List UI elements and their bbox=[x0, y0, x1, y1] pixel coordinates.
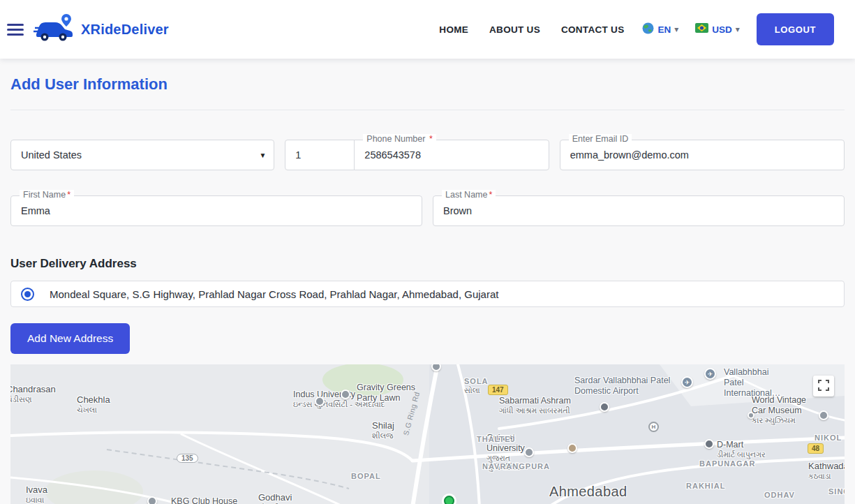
airport-marker[interactable]: ✈ bbox=[704, 368, 716, 380]
address-option-row[interactable]: Mondeal Square, S.G Highway, Prahlad Nag… bbox=[10, 281, 845, 307]
map-label: RAKHIAL bbox=[686, 482, 726, 491]
poi-marker[interactable] bbox=[341, 390, 350, 399]
first-name-input[interactable] bbox=[21, 205, 412, 216]
required-asterisk: * bbox=[429, 134, 433, 144]
phone-group: Phone Number * bbox=[285, 140, 549, 170]
map-label: Kathwadaકઠવાડા bbox=[808, 461, 845, 481]
poi-marker[interactable] bbox=[704, 439, 714, 449]
poi-marker[interactable] bbox=[600, 402, 609, 412]
phone-number-input[interactable] bbox=[364, 149, 538, 161]
language-value: EN bbox=[657, 24, 671, 35]
map-label: THALTEJ bbox=[477, 435, 516, 444]
brand-name: XRideDeliver bbox=[81, 22, 169, 38]
map-label: Chandrasanચંડીસણ bbox=[10, 384, 56, 404]
airplane-icon: ✈ bbox=[708, 371, 713, 378]
map-label: Vallabhbhai Patel International… bbox=[724, 367, 783, 399]
last-name-input[interactable] bbox=[443, 205, 834, 216]
email-box: Enter Email ID bbox=[560, 140, 845, 170]
poi-marker[interactable] bbox=[524, 447, 534, 457]
currency-value: USD bbox=[712, 24, 732, 35]
main-content: Add User Information United States ▼ Pho… bbox=[0, 75, 855, 504]
map-label: Sardar Vallabhbhai Patel Domestic Airpor… bbox=[574, 376, 676, 396]
divider bbox=[10, 110, 845, 110]
route-shield: 48 bbox=[808, 443, 824, 454]
form-row-1: United States ▼ Phone Number * Enter Ema… bbox=[10, 140, 845, 170]
selected-location-marker[interactable] bbox=[444, 496, 454, 504]
map-label: BOPAL bbox=[351, 472, 381, 481]
required-asterisk: * bbox=[67, 190, 70, 200]
map-label: KBG Club House bbox=[171, 496, 237, 504]
first-name-box: First Name* bbox=[10, 195, 422, 226]
add-new-address-button[interactable]: Add New Address bbox=[10, 323, 130, 354]
airport-marker[interactable]: ✈ bbox=[681, 376, 693, 388]
last-name-box: Last Name* bbox=[433, 195, 845, 226]
chevron-down-icon: ▾ bbox=[736, 24, 740, 34]
page-title: Add User Information bbox=[10, 75, 845, 94]
poi-marker[interactable] bbox=[147, 496, 157, 504]
globe-icon bbox=[642, 22, 654, 37]
nav-about-us[interactable]: ABOUT US bbox=[489, 24, 540, 35]
poi-marker[interactable] bbox=[819, 410, 828, 420]
address-radio-selected[interactable] bbox=[21, 288, 34, 301]
email-label: Enter Email ID bbox=[569, 134, 632, 144]
form-row-2: First Name* Last Name* bbox=[10, 195, 845, 226]
fullscreen-icon bbox=[818, 380, 829, 393]
map-label: SINGA bbox=[828, 487, 845, 496]
address-text: Mondeal Square, S.G Highway, Prahlad Nag… bbox=[50, 288, 498, 300]
phone-number-label: Phone Number * bbox=[363, 134, 436, 144]
nav-home[interactable]: HOME bbox=[439, 24, 468, 35]
last-name-label: Last Name* bbox=[442, 190, 496, 200]
route-shield: 147 bbox=[488, 385, 508, 395]
map-label: Shilajશીલજ bbox=[372, 420, 394, 440]
logout-button[interactable]: LOGOUT bbox=[757, 13, 834, 45]
currency-selector[interactable]: USD ▾ bbox=[695, 23, 740, 36]
map-label: Sabarmati Ashramગાંધી આશ્રમ સાબરમતી bbox=[499, 396, 571, 415]
hospital-marker[interactable]: H bbox=[648, 422, 659, 432]
brand-logo[interactable]: XRideDeliver bbox=[34, 13, 169, 46]
header: XRideDeliver HOME ABOUT US CONTACT US EN… bbox=[0, 0, 855, 59]
hamburger-menu-icon[interactable] bbox=[7, 24, 24, 36]
phone-number-box: Phone Number * bbox=[354, 140, 549, 170]
map-label: NAVRANGPURA bbox=[482, 462, 550, 471]
map-label: SOLAસોલા bbox=[464, 377, 489, 395]
phone-code-box bbox=[285, 140, 355, 170]
email-input[interactable] bbox=[570, 149, 834, 161]
map-label: NIKOL bbox=[815, 433, 842, 443]
map-label: Ivavaઇવાવા bbox=[26, 484, 47, 504]
flag-icon bbox=[695, 23, 708, 36]
map-label: Chekhlaચેખલા bbox=[77, 394, 110, 415]
map-label: ODHAV bbox=[764, 491, 795, 500]
poi-marker[interactable] bbox=[567, 443, 577, 453]
airplane-icon: ✈ bbox=[685, 379, 690, 386]
route-shield: 135 bbox=[177, 454, 198, 463]
phone-code-input[interactable] bbox=[295, 149, 344, 161]
nav-contact-us[interactable]: CONTACT US bbox=[561, 24, 625, 35]
delivery-address-heading: User Delivery Address bbox=[10, 257, 845, 271]
first-name-label: First Name* bbox=[20, 190, 74, 200]
map-city-label: Ahmedabad bbox=[549, 483, 627, 500]
main-nav: HOME ABOUT US CONTACT US bbox=[439, 24, 624, 35]
country-select-wrap: United States ▼ bbox=[10, 140, 274, 170]
map-label: World Vintage Car Museumકાર મ્યુઝિયમ bbox=[752, 395, 816, 425]
map-label: BAPUNAGAR bbox=[699, 459, 756, 468]
language-selector[interactable]: EN ▾ bbox=[642, 22, 678, 37]
poi-marker[interactable] bbox=[748, 412, 754, 419]
chevron-down-icon: ▾ bbox=[674, 24, 678, 34]
car-logo-icon bbox=[34, 13, 75, 46]
map[interactable]: Chandrasanચંડીસણ Chekhlaચેખલા Ivavaઇવાવા… bbox=[10, 364, 845, 504]
country-select[interactable]: United States bbox=[10, 140, 274, 170]
required-asterisk: * bbox=[489, 190, 492, 200]
map-label: D-Martડીમાર્ટ બાપુનગર bbox=[717, 440, 766, 459]
poi-marker[interactable] bbox=[315, 396, 325, 406]
map-fullscreen-button[interactable] bbox=[813, 376, 834, 396]
map-label: Godhaviગોધાવી bbox=[258, 492, 292, 504]
